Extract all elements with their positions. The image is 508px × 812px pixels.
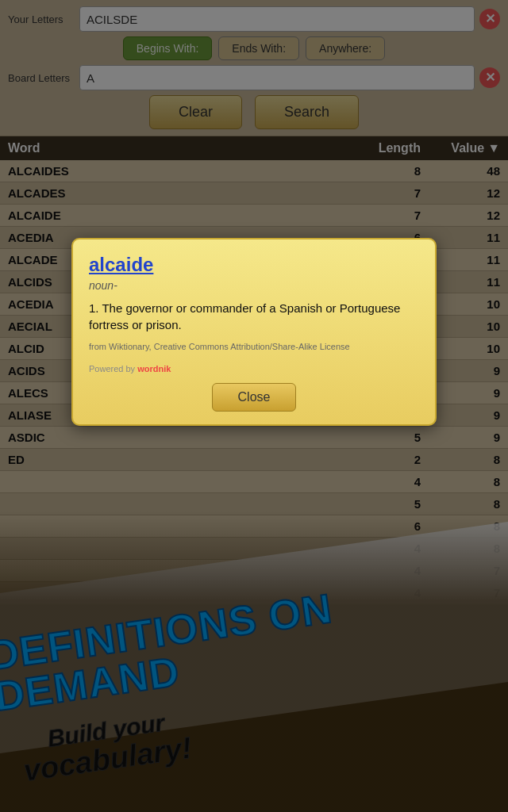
modal-definition: 1. The governor or commander of a Spanis…: [89, 300, 419, 333]
modal-word[interactable]: alcaide: [89, 254, 419, 276]
modal-overlay[interactable]: alcaide noun- 1. The governor or command…: [0, 0, 508, 812]
modal-attribution: from Wiktionary, Creative Commons Attrib…: [89, 341, 419, 353]
modal-close-button[interactable]: Close: [212, 383, 297, 412]
definition-modal: alcaide noun- 1. The governor or command…: [71, 238, 437, 426]
modal-pos: noun-: [89, 279, 419, 292]
modal-powered-by: Powered by wordnik: [89, 364, 419, 373]
